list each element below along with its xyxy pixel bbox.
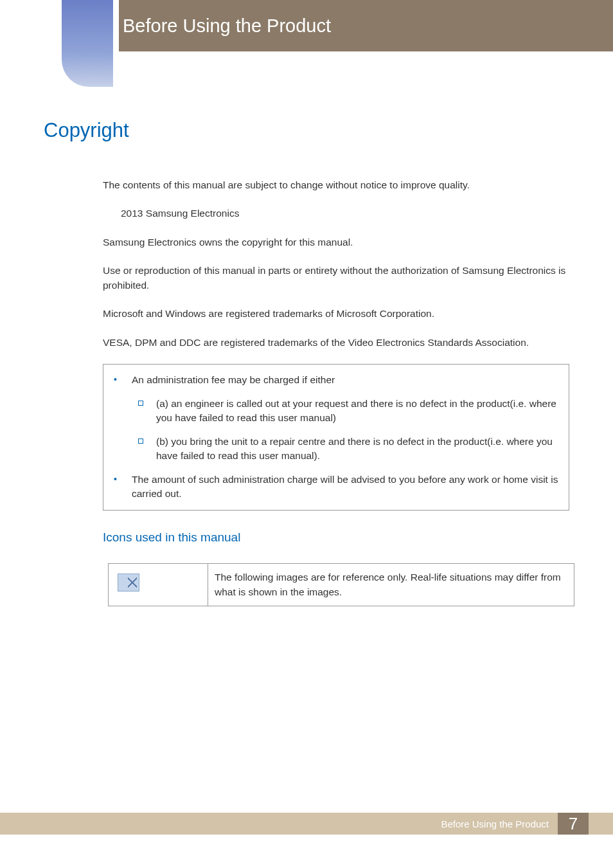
paragraph: The contents of this manual are subject … [103, 178, 569, 192]
page-footer: Before Using the Product 7 [0, 813, 613, 835]
subsection-title: Icons used in this manual [103, 529, 569, 547]
paragraph: Samsung Electronics owns the copyright f… [103, 235, 569, 249]
list-item: An administration fee may be charged if … [111, 373, 561, 463]
decorative-blue-tab [62, 0, 113, 87]
copyright-line: 2013 Samsung Electronics [121, 206, 569, 221]
page-number: 7 [558, 813, 589, 835]
table-row: The following images are for reference o… [109, 564, 574, 606]
header-right: Before Using the Product [119, 0, 613, 51]
list-text: An administration fee may be charged if … [132, 374, 335, 385]
body-text: The contents of this manual are subject … [103, 178, 569, 606]
copyright-text: 2013 Samsung Electronics [121, 208, 239, 219]
page-content: Copyright The contents of this manual ar… [44, 119, 569, 606]
icon-cell [109, 564, 208, 606]
reference-image-icon [118, 574, 139, 592]
footer-text: Before Using the Product [441, 818, 549, 829]
list-item: (b) you bring the unit to a repair centr… [132, 435, 561, 464]
paragraph: Use or reproduction of this manual in pa… [103, 264, 569, 293]
notice-box: An administration fee may be charged if … [103, 364, 569, 510]
icon-description: The following images are for reference o… [208, 564, 574, 606]
icon-table: The following images are for reference o… [108, 563, 574, 606]
list-item: The amount of such administration charge… [111, 473, 561, 502]
paragraph: VESA, DPM and DDC are registered tradema… [103, 336, 569, 350]
list-item: (a) an engineer is called out at your re… [132, 397, 561, 426]
paragraph: Microsoft and Windows are registered tra… [103, 307, 569, 321]
header-title: Before Using the Product [123, 15, 331, 37]
section-title: Copyright [44, 119, 569, 142]
